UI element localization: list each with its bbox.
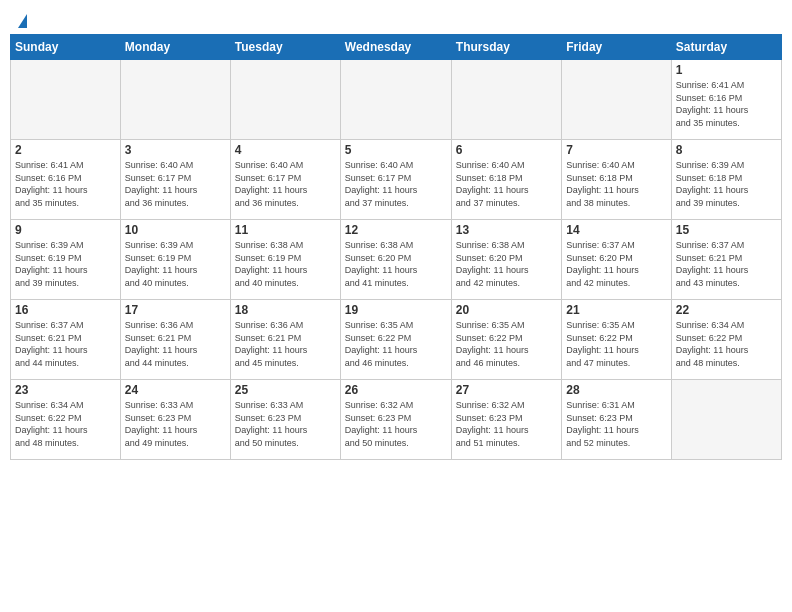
weekday-header-tuesday: Tuesday xyxy=(230,35,340,60)
day-number: 18 xyxy=(235,303,336,317)
calendar-cell: 22Sunrise: 6:34 AM Sunset: 6:22 PM Dayli… xyxy=(671,300,781,380)
calendar-cell: 9Sunrise: 6:39 AM Sunset: 6:19 PM Daylig… xyxy=(11,220,121,300)
calendar-cell: 21Sunrise: 6:35 AM Sunset: 6:22 PM Dayli… xyxy=(562,300,671,380)
calendar-week-row: 1Sunrise: 6:41 AM Sunset: 6:16 PM Daylig… xyxy=(11,60,782,140)
calendar-cell: 2Sunrise: 6:41 AM Sunset: 6:16 PM Daylig… xyxy=(11,140,121,220)
day-number: 5 xyxy=(345,143,447,157)
calendar-cell xyxy=(230,60,340,140)
day-number: 22 xyxy=(676,303,777,317)
calendar-cell: 14Sunrise: 6:37 AM Sunset: 6:20 PM Dayli… xyxy=(562,220,671,300)
day-number: 3 xyxy=(125,143,226,157)
day-info: Sunrise: 6:40 AM Sunset: 6:18 PM Dayligh… xyxy=(456,159,557,209)
calendar-cell: 7Sunrise: 6:40 AM Sunset: 6:18 PM Daylig… xyxy=(562,140,671,220)
day-number: 17 xyxy=(125,303,226,317)
calendar-cell xyxy=(671,380,781,460)
calendar-cell: 26Sunrise: 6:32 AM Sunset: 6:23 PM Dayli… xyxy=(340,380,451,460)
day-number: 9 xyxy=(15,223,116,237)
calendar-cell: 5Sunrise: 6:40 AM Sunset: 6:17 PM Daylig… xyxy=(340,140,451,220)
day-info: Sunrise: 6:39 AM Sunset: 6:19 PM Dayligh… xyxy=(125,239,226,289)
day-info: Sunrise: 6:31 AM Sunset: 6:23 PM Dayligh… xyxy=(566,399,666,449)
logo xyxy=(16,14,27,24)
calendar-cell xyxy=(340,60,451,140)
day-info: Sunrise: 6:38 AM Sunset: 6:20 PM Dayligh… xyxy=(345,239,447,289)
calendar-cell: 3Sunrise: 6:40 AM Sunset: 6:17 PM Daylig… xyxy=(120,140,230,220)
calendar-cell: 16Sunrise: 6:37 AM Sunset: 6:21 PM Dayli… xyxy=(11,300,121,380)
day-info: Sunrise: 6:40 AM Sunset: 6:17 PM Dayligh… xyxy=(235,159,336,209)
day-info: Sunrise: 6:39 AM Sunset: 6:19 PM Dayligh… xyxy=(15,239,116,289)
day-info: Sunrise: 6:37 AM Sunset: 6:21 PM Dayligh… xyxy=(676,239,777,289)
calendar-cell: 24Sunrise: 6:33 AM Sunset: 6:23 PM Dayli… xyxy=(120,380,230,460)
day-info: Sunrise: 6:40 AM Sunset: 6:17 PM Dayligh… xyxy=(345,159,447,209)
day-number: 4 xyxy=(235,143,336,157)
day-info: Sunrise: 6:39 AM Sunset: 6:18 PM Dayligh… xyxy=(676,159,777,209)
day-info: Sunrise: 6:35 AM Sunset: 6:22 PM Dayligh… xyxy=(566,319,666,369)
calendar-week-row: 9Sunrise: 6:39 AM Sunset: 6:19 PM Daylig… xyxy=(11,220,782,300)
calendar-cell: 13Sunrise: 6:38 AM Sunset: 6:20 PM Dayli… xyxy=(451,220,561,300)
calendar-table: SundayMondayTuesdayWednesdayThursdayFrid… xyxy=(10,34,782,460)
day-info: Sunrise: 6:33 AM Sunset: 6:23 PM Dayligh… xyxy=(125,399,226,449)
day-number: 26 xyxy=(345,383,447,397)
calendar-cell: 17Sunrise: 6:36 AM Sunset: 6:21 PM Dayli… xyxy=(120,300,230,380)
day-info: Sunrise: 6:36 AM Sunset: 6:21 PM Dayligh… xyxy=(125,319,226,369)
day-info: Sunrise: 6:36 AM Sunset: 6:21 PM Dayligh… xyxy=(235,319,336,369)
day-number: 23 xyxy=(15,383,116,397)
day-number: 8 xyxy=(676,143,777,157)
calendar-cell: 20Sunrise: 6:35 AM Sunset: 6:22 PM Dayli… xyxy=(451,300,561,380)
weekday-header-thursday: Thursday xyxy=(451,35,561,60)
day-info: Sunrise: 6:38 AM Sunset: 6:20 PM Dayligh… xyxy=(456,239,557,289)
calendar-cell: 4Sunrise: 6:40 AM Sunset: 6:17 PM Daylig… xyxy=(230,140,340,220)
calendar-cell: 8Sunrise: 6:39 AM Sunset: 6:18 PM Daylig… xyxy=(671,140,781,220)
weekday-header-friday: Friday xyxy=(562,35,671,60)
calendar-cell xyxy=(562,60,671,140)
calendar-cell: 12Sunrise: 6:38 AM Sunset: 6:20 PM Dayli… xyxy=(340,220,451,300)
day-info: Sunrise: 6:41 AM Sunset: 6:16 PM Dayligh… xyxy=(15,159,116,209)
day-number: 14 xyxy=(566,223,666,237)
calendar-week-row: 16Sunrise: 6:37 AM Sunset: 6:21 PM Dayli… xyxy=(11,300,782,380)
day-number: 15 xyxy=(676,223,777,237)
day-info: Sunrise: 6:37 AM Sunset: 6:21 PM Dayligh… xyxy=(15,319,116,369)
day-number: 24 xyxy=(125,383,226,397)
calendar-cell: 18Sunrise: 6:36 AM Sunset: 6:21 PM Dayli… xyxy=(230,300,340,380)
weekday-header-sunday: Sunday xyxy=(11,35,121,60)
calendar-cell: 28Sunrise: 6:31 AM Sunset: 6:23 PM Dayli… xyxy=(562,380,671,460)
logo-arrow-icon xyxy=(18,14,27,28)
weekday-header-saturday: Saturday xyxy=(671,35,781,60)
day-info: Sunrise: 6:40 AM Sunset: 6:17 PM Dayligh… xyxy=(125,159,226,209)
weekday-header-wednesday: Wednesday xyxy=(340,35,451,60)
day-info: Sunrise: 6:41 AM Sunset: 6:16 PM Dayligh… xyxy=(676,79,777,129)
calendar-cell: 27Sunrise: 6:32 AM Sunset: 6:23 PM Dayli… xyxy=(451,380,561,460)
day-info: Sunrise: 6:38 AM Sunset: 6:19 PM Dayligh… xyxy=(235,239,336,289)
calendar-cell: 6Sunrise: 6:40 AM Sunset: 6:18 PM Daylig… xyxy=(451,140,561,220)
calendar-cell: 15Sunrise: 6:37 AM Sunset: 6:21 PM Dayli… xyxy=(671,220,781,300)
day-info: Sunrise: 6:37 AM Sunset: 6:20 PM Dayligh… xyxy=(566,239,666,289)
day-number: 19 xyxy=(345,303,447,317)
day-number: 2 xyxy=(15,143,116,157)
day-number: 13 xyxy=(456,223,557,237)
calendar-week-row: 2Sunrise: 6:41 AM Sunset: 6:16 PM Daylig… xyxy=(11,140,782,220)
calendar-cell: 19Sunrise: 6:35 AM Sunset: 6:22 PM Dayli… xyxy=(340,300,451,380)
weekday-header-monday: Monday xyxy=(120,35,230,60)
day-info: Sunrise: 6:34 AM Sunset: 6:22 PM Dayligh… xyxy=(15,399,116,449)
calendar-cell: 23Sunrise: 6:34 AM Sunset: 6:22 PM Dayli… xyxy=(11,380,121,460)
day-info: Sunrise: 6:40 AM Sunset: 6:18 PM Dayligh… xyxy=(566,159,666,209)
day-number: 7 xyxy=(566,143,666,157)
day-number: 16 xyxy=(15,303,116,317)
day-info: Sunrise: 6:35 AM Sunset: 6:22 PM Dayligh… xyxy=(456,319,557,369)
calendar-header-row: SundayMondayTuesdayWednesdayThursdayFrid… xyxy=(11,35,782,60)
calendar-cell xyxy=(11,60,121,140)
day-info: Sunrise: 6:33 AM Sunset: 6:23 PM Dayligh… xyxy=(235,399,336,449)
day-number: 6 xyxy=(456,143,557,157)
page-header xyxy=(10,10,782,28)
day-info: Sunrise: 6:35 AM Sunset: 6:22 PM Dayligh… xyxy=(345,319,447,369)
calendar-cell: 11Sunrise: 6:38 AM Sunset: 6:19 PM Dayli… xyxy=(230,220,340,300)
day-number: 1 xyxy=(676,63,777,77)
day-info: Sunrise: 6:34 AM Sunset: 6:22 PM Dayligh… xyxy=(676,319,777,369)
day-number: 27 xyxy=(456,383,557,397)
day-number: 12 xyxy=(345,223,447,237)
day-number: 21 xyxy=(566,303,666,317)
calendar-cell xyxy=(120,60,230,140)
calendar-cell: 1Sunrise: 6:41 AM Sunset: 6:16 PM Daylig… xyxy=(671,60,781,140)
calendar-cell: 25Sunrise: 6:33 AM Sunset: 6:23 PM Dayli… xyxy=(230,380,340,460)
day-info: Sunrise: 6:32 AM Sunset: 6:23 PM Dayligh… xyxy=(456,399,557,449)
day-number: 10 xyxy=(125,223,226,237)
